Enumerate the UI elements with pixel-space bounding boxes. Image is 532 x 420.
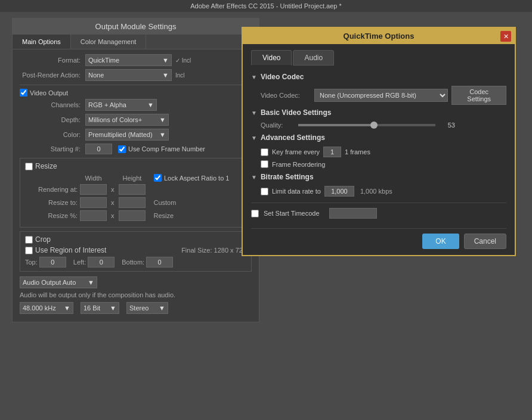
timecode-input[interactable]: 00;00;00;00 xyxy=(329,208,377,219)
crop-section: Crop Use Region of Interest Final Size: … xyxy=(20,231,252,272)
include-check2: Incl xyxy=(175,72,185,79)
use-roi-checkbox[interactable] xyxy=(25,247,33,254)
bottom-label: Bottom: xyxy=(122,259,144,266)
codec-settings-button[interactable]: Codec Settings xyxy=(451,86,506,105)
audio-bit-arrow-icon: ▼ xyxy=(110,304,116,312)
ok-button[interactable]: OK xyxy=(422,234,459,249)
tab-color-management[interactable]: Color Management xyxy=(71,35,147,49)
post-render-arrow-icon: ▼ xyxy=(162,71,169,79)
resize-to-h[interactable]: 720 xyxy=(119,197,146,208)
top-input[interactable] xyxy=(39,257,66,267)
resize-label: Resize xyxy=(35,162,57,170)
crop-label: Crop xyxy=(35,235,51,244)
limit-data-checkbox[interactable] xyxy=(261,188,268,195)
qt-tab-video[interactable]: Video xyxy=(251,50,292,66)
color-row: Color: Premultiplied (Matted) ▼ xyxy=(20,129,252,141)
video-codec-label: Video Codec: xyxy=(261,92,314,99)
audio-note: Audio will be output only if the composi… xyxy=(20,291,252,298)
left-input[interactable] xyxy=(88,257,115,267)
qt-tab-audio[interactable]: Audio xyxy=(293,50,334,66)
quality-slider-fill xyxy=(298,124,374,126)
resize-btn[interactable]: Resize xyxy=(154,212,174,219)
crop-header: Crop xyxy=(25,235,246,244)
crop-roi-row: Use Region of Interest Final Size: 1280 … xyxy=(25,246,246,254)
limit-data-label: Limit data rate to xyxy=(272,188,321,195)
rendering-at-w[interactable]: 1280 xyxy=(80,184,107,195)
color-select[interactable]: Premultiplied (Matted) ▼ xyxy=(85,129,169,141)
resize-pct-h[interactable] xyxy=(119,210,146,221)
quality-slider-thumb xyxy=(370,122,378,129)
qt-tabs: Video Audio xyxy=(251,50,506,66)
oms-title: Output Module Settings xyxy=(13,18,259,35)
advanced-arrow-icon: ▼ xyxy=(251,135,257,141)
format-label: Format: xyxy=(20,57,85,64)
video-output-label: Video Output xyxy=(30,89,68,97)
frame-reordering-row: Frame Reordering xyxy=(251,160,506,168)
depth-label: Depth: xyxy=(20,116,85,123)
audio-channels-select[interactable]: Stereo ▼ xyxy=(126,302,168,314)
resize-section: Resize Width Height Lock Aspect Ratio to… xyxy=(20,158,252,228)
timecode-checkbox[interactable] xyxy=(251,210,259,217)
cancel-button[interactable]: Cancel xyxy=(464,234,506,249)
keyframe-checkbox[interactable] xyxy=(261,148,268,156)
tab-main-options[interactable]: Main Options xyxy=(13,35,71,49)
advanced-settings-section: ▼ Advanced Settings Key frame every 1 fr… xyxy=(251,133,506,168)
qt-title-bar: QuickTime Options ✕ xyxy=(243,28,515,44)
format-select[interactable]: QuickTime ▼ xyxy=(85,54,172,66)
oms-body: Format: QuickTime ▼ ✓ Incl Post-Render A… xyxy=(13,49,259,322)
starting-hash-row: Starting #: Use Comp Frame Number xyxy=(20,144,252,154)
limit-data-unit: 1,000 kbps xyxy=(360,188,392,195)
use-comp-frame-checkbox[interactable] xyxy=(118,145,126,153)
quality-slider[interactable] xyxy=(298,124,435,126)
channels-label: Channels: xyxy=(20,101,85,108)
crop-fields: Top: Left: Bottom: xyxy=(25,257,246,267)
lock-aspect-checkbox[interactable] xyxy=(154,174,162,182)
audio-output-select[interactable]: Audio Output Auto ▼ xyxy=(20,276,97,288)
resize-to-w[interactable]: 1280 xyxy=(80,197,107,208)
depth-arrow-icon: ▼ xyxy=(159,116,166,123)
quality-value: 53 xyxy=(440,122,455,129)
rendering-at-h[interactable]: 720 xyxy=(119,184,146,195)
limit-data-input[interactable] xyxy=(324,186,354,197)
rendering-at-sep: x xyxy=(109,186,116,193)
video-codec-select[interactable]: None (Uncompressed RGB 8-bit) xyxy=(314,89,448,102)
depth-row: Depth: Millions of Colors+ ▼ xyxy=(20,114,252,126)
frame-reordering-checkbox[interactable] xyxy=(261,160,268,168)
depth-select[interactable]: Millions of Colors+ ▼ xyxy=(85,114,169,126)
bitrate-section-header: ▼ Bitrate Settings xyxy=(251,173,506,181)
bottom-input[interactable] xyxy=(146,257,173,267)
oms-dialog: Output Module Settings Main Options Colo… xyxy=(12,18,259,322)
timecode-row: Set Start Timecode 00;00;00;00 xyxy=(251,203,506,219)
starting-hash-input[interactable] xyxy=(85,144,112,154)
audio-section: Audio Output Auto ▼ Audio will be output… xyxy=(20,276,252,314)
post-render-select[interactable]: None ▼ xyxy=(85,69,172,81)
final-size-label: Final Size: 1280 x 720 xyxy=(181,247,246,254)
app-title: Adobe After Effects CC 2015 - Untitled P… xyxy=(190,2,342,10)
resize-checkbox[interactable] xyxy=(25,163,33,170)
resize-pct-row: Resize %: x Resize xyxy=(25,210,246,221)
video-output-section: Video Output xyxy=(20,89,252,97)
video-output-checkbox[interactable] xyxy=(20,89,27,97)
video-codec-section-label: Video Codec xyxy=(261,73,304,81)
audio-rate-select[interactable]: 48.000 kHz ▼ xyxy=(20,302,73,314)
crop-checkbox[interactable] xyxy=(25,236,33,244)
advanced-section-header: ▼ Advanced Settings xyxy=(251,133,506,142)
audio-output-arrow-icon: ▼ xyxy=(88,279,94,286)
include-check1: ✓ Incl xyxy=(175,57,191,64)
resize-header: Resize xyxy=(25,162,246,170)
quality-row: Quality: 53 xyxy=(251,122,506,129)
basic-video-section-header: ▼ Basic Video Settings xyxy=(251,108,506,117)
qt-body: Video Audio ▼ Video Codec Video Codec: N… xyxy=(243,44,515,255)
keyframe-input[interactable] xyxy=(323,147,341,157)
top-field: Top: xyxy=(25,257,66,267)
qt-close-button[interactable]: ✕ xyxy=(500,31,511,42)
rendering-at-label: Rendering at: xyxy=(30,186,78,193)
format-row: Format: QuickTime ▼ ✓ Incl xyxy=(20,54,252,66)
lock-aspect-row: Lock Aspect Ratio to 1 xyxy=(154,174,229,182)
bitrate-arrow-icon: ▼ xyxy=(251,174,257,181)
frame-reordering-label: Frame Reordering xyxy=(272,161,325,168)
audio-bit-select[interactable]: 16 Bit ▼ xyxy=(81,302,119,314)
resize-pct-w[interactable] xyxy=(80,210,107,221)
channels-select[interactable]: RGB + Alpha ▼ xyxy=(85,99,157,111)
basic-video-section-label: Basic Video Settings xyxy=(261,108,331,117)
